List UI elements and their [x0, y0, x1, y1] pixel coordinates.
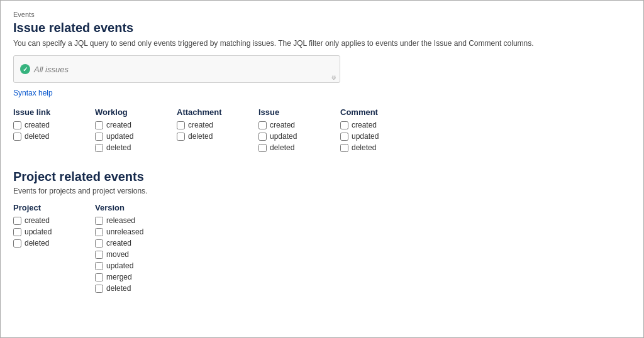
events-label: Events [13, 11, 631, 18]
issue-link-created[interactable]: created [13, 121, 89, 129]
version-moved-label: moved [106, 250, 129, 259]
worklog-header: Worklog [95, 107, 170, 117]
comment-updated-label: updated [352, 132, 379, 141]
issue-events-grid: Issue link created deleted Worklog creat… [13, 107, 631, 155]
version-updated-label: updated [106, 261, 133, 270]
project-updated[interactable]: updated [13, 227, 89, 236]
project-column: Project created updated deleted [13, 203, 89, 295]
project-deleted-checkbox[interactable] [13, 239, 21, 248]
version-created-checkbox[interactable] [95, 239, 103, 248]
version-merged[interactable]: merged [95, 273, 170, 281]
version-merged-label: merged [106, 273, 132, 281]
version-deleted-label: deleted [106, 284, 131, 293]
comment-deleted-label: deleted [352, 143, 376, 152]
version-released[interactable]: released [95, 216, 170, 225]
version-updated[interactable]: updated [95, 261, 170, 270]
worklog-deleted[interactable]: deleted [95, 143, 170, 152]
issue-deleted-checkbox[interactable] [258, 144, 267, 152]
version-unreleased-label: unreleased [106, 227, 143, 236]
syntax-help-link[interactable]: Syntax help [13, 89, 53, 97]
issue-deleted-label: deleted [270, 143, 294, 152]
worklog-created[interactable]: created [95, 121, 170, 129]
issue-section-desc: You can specify a JQL query to send only… [13, 39, 631, 48]
version-unreleased-checkbox[interactable] [95, 228, 103, 236]
attachment-column: Attachment created deleted [177, 107, 252, 155]
version-header: Version [95, 203, 170, 212]
project-deleted-label: deleted [25, 239, 49, 248]
version-deleted[interactable]: deleted [95, 284, 170, 293]
project-section-title: Project related events [13, 170, 631, 184]
issue-section-title: Issue related events [13, 21, 631, 35]
version-released-checkbox[interactable] [95, 217, 103, 225]
issue-updated[interactable]: updated [258, 132, 334, 141]
comment-updated[interactable]: updated [340, 132, 416, 141]
jql-valid-icon [20, 64, 30, 74]
project-events-grid: Project created updated deleted Version … [13, 203, 631, 295]
issue-deleted[interactable]: deleted [258, 143, 334, 152]
comment-created-checkbox[interactable] [340, 121, 348, 129]
issue-link-deleted-label: deleted [25, 132, 49, 141]
project-updated-label: updated [25, 227, 52, 236]
jql-input-box[interactable]: All issues ⟱ [13, 55, 340, 83]
comment-header: Comment [340, 107, 416, 117]
project-created[interactable]: created [13, 216, 89, 225]
worklog-created-label: created [106, 121, 131, 129]
jql-placeholder-text: All issues [34, 65, 69, 74]
attachment-deleted-checkbox[interactable] [177, 133, 185, 141]
version-moved[interactable]: moved [95, 250, 170, 259]
comment-created-label: created [352, 121, 377, 129]
version-unreleased[interactable]: unreleased [95, 227, 170, 236]
issue-link-header: Issue link [13, 107, 89, 117]
issue-header: Issue [258, 107, 334, 117]
comment-deleted[interactable]: deleted [340, 143, 416, 152]
worklog-deleted-label: deleted [106, 143, 131, 152]
jql-resize-handle[interactable]: ⟱ [331, 75, 338, 81]
project-header: Project [13, 203, 89, 212]
version-deleted-checkbox[interactable] [95, 285, 103, 293]
issue-link-created-label: created [25, 121, 50, 129]
project-deleted[interactable]: deleted [13, 239, 89, 248]
issue-link-deleted-checkbox[interactable] [13, 133, 21, 141]
issue-created-checkbox[interactable] [258, 121, 267, 129]
issue-link-column: Issue link created deleted [13, 107, 89, 155]
project-created-checkbox[interactable] [13, 217, 21, 225]
worklog-updated-label: updated [106, 132, 133, 141]
attachment-header: Attachment [177, 107, 252, 117]
project-created-label: created [25, 216, 50, 225]
issue-created[interactable]: created [258, 121, 334, 129]
attachment-deleted-label: deleted [188, 132, 213, 141]
attachment-created-label: created [188, 121, 213, 129]
worklog-deleted-checkbox[interactable] [95, 144, 103, 152]
worklog-created-checkbox[interactable] [95, 121, 103, 129]
version-column: Version released unreleased created move… [95, 203, 170, 295]
project-section-desc: Events for projects and project versions… [13, 187, 631, 195]
version-updated-checkbox[interactable] [95, 262, 103, 270]
version-created-label: created [106, 239, 131, 248]
version-released-label: released [106, 216, 135, 225]
version-merged-checkbox[interactable] [95, 273, 103, 281]
issue-link-created-checkbox[interactable] [13, 121, 21, 129]
issue-link-deleted[interactable]: deleted [13, 132, 89, 141]
worklog-updated-checkbox[interactable] [95, 133, 103, 141]
page-wrapper: Events Issue related events You can spec… [0, 0, 644, 338]
attachment-created-checkbox[interactable] [177, 121, 185, 129]
version-moved-checkbox[interactable] [95, 251, 103, 259]
attachment-created[interactable]: created [177, 121, 252, 129]
issue-updated-label: updated [270, 132, 297, 141]
issue-created-label: created [270, 121, 295, 129]
comment-column: Comment created updated deleted [340, 107, 416, 155]
issue-updated-checkbox[interactable] [258, 133, 267, 141]
project-updated-checkbox[interactable] [13, 228, 21, 236]
worklog-column: Worklog created updated deleted [95, 107, 170, 155]
attachment-deleted[interactable]: deleted [177, 132, 252, 141]
version-created[interactable]: created [95, 239, 170, 248]
comment-updated-checkbox[interactable] [340, 133, 348, 141]
worklog-updated[interactable]: updated [95, 132, 170, 141]
issue-column: Issue created updated deleted [258, 107, 334, 155]
comment-deleted-checkbox[interactable] [340, 144, 348, 152]
comment-created[interactable]: created [340, 121, 416, 129]
